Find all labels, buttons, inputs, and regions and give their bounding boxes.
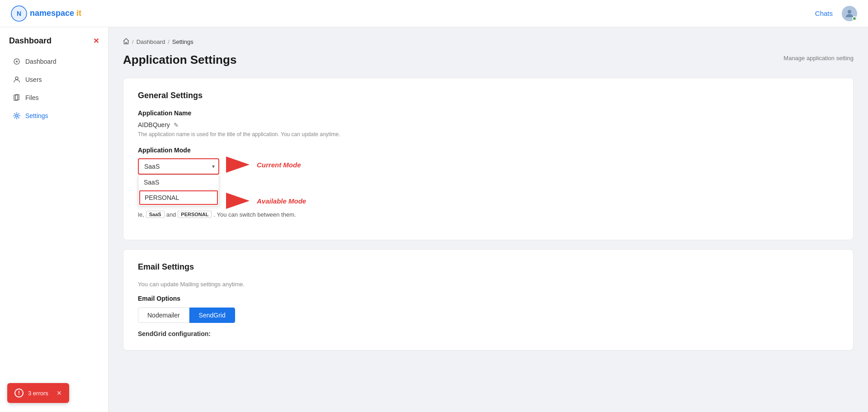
app-mode-label: Application Mode bbox=[138, 147, 839, 154]
svg-point-5 bbox=[15, 77, 18, 80]
online-indicator bbox=[852, 16, 857, 21]
current-mode-label: Current Mode bbox=[257, 161, 301, 169]
users-icon bbox=[13, 76, 21, 84]
error-toast-label: 3 errors bbox=[28, 390, 48, 397]
personal-mode-badge: PERSONAL bbox=[178, 211, 212, 218]
annotation-available-mode: Available Mode bbox=[226, 193, 306, 209]
main-layout: Dashboard ✕ Dashboard Users Files bbox=[0, 27, 868, 412]
email-options-label: Email Options bbox=[138, 295, 839, 302]
home-icon[interactable] bbox=[123, 38, 129, 46]
mode-select[interactable]: SaaS PERSONAL bbox=[138, 158, 219, 175]
dropdown-option-personal[interactable]: PERSONAL bbox=[139, 190, 218, 205]
chats-link[interactable]: Chats bbox=[815, 9, 833, 17]
sidebar-item-dashboard[interactable]: Dashboard bbox=[4, 53, 104, 70]
app-name-hint: The application name is used for the tit… bbox=[138, 131, 839, 137]
sidebar-item-label-dashboard: Dashboard bbox=[25, 58, 57, 65]
page-title: Application Settings bbox=[123, 53, 236, 67]
dropdown-option-saas[interactable]: SaaS bbox=[138, 175, 219, 189]
breadcrumb-dashboard[interactable]: Dashboard bbox=[137, 38, 165, 45]
sendgrid-button[interactable]: SendGrid bbox=[189, 308, 235, 323]
topnav: N namespace it Chats bbox=[0, 0, 868, 27]
sidebar: Dashboard ✕ Dashboard Users Files bbox=[0, 27, 108, 412]
sidebar-title: Dashboard bbox=[9, 36, 52, 46]
available-mode-label: Available Mode bbox=[257, 197, 306, 205]
arrow-available bbox=[226, 193, 253, 209]
sidebar-item-label-users: Users bbox=[25, 76, 42, 83]
page-subtitle: Manage application setting bbox=[783, 55, 854, 62]
nodemailer-button[interactable]: Nodemailer bbox=[138, 308, 189, 323]
page-header: Application Settings Manage application … bbox=[123, 53, 854, 67]
svg-text:N: N bbox=[17, 10, 21, 17]
annotation-area: SaaS PERSONAL ▾ SaaS PERSONAL bbox=[138, 158, 839, 227]
svg-rect-6 bbox=[14, 95, 18, 100]
sidebar-item-settings[interactable]: Settings bbox=[4, 107, 104, 124]
general-settings-card: General Settings Application Name AIDBQu… bbox=[123, 78, 854, 240]
error-toast: ! 3 errors ✕ bbox=[7, 383, 69, 403]
sidebar-item-users[interactable]: Users bbox=[4, 71, 104, 88]
settings-icon bbox=[13, 112, 21, 120]
content-area: / Dashboard / Settings Application Setti… bbox=[108, 27, 868, 412]
app-name-row: AIDBQuery ✎ bbox=[138, 121, 839, 128]
sidebar-header: Dashboard ✕ bbox=[0, 36, 108, 53]
app-name-label: Application Name bbox=[138, 109, 839, 117]
logo-text: namespace it bbox=[30, 9, 81, 18]
app-name-value: AIDBQuery bbox=[138, 121, 170, 128]
logo-icon: N bbox=[11, 5, 27, 22]
sidebar-item-files[interactable]: Files bbox=[4, 89, 104, 106]
dropdown-open-panel: SaaS PERSONAL bbox=[138, 175, 219, 206]
sidebar-item-label-settings: Settings bbox=[25, 112, 48, 119]
dashboard-icon bbox=[13, 57, 21, 66]
svg-rect-7 bbox=[15, 95, 19, 100]
breadcrumb: / Dashboard / Settings bbox=[123, 38, 854, 46]
avatar-wrapper[interactable] bbox=[842, 6, 857, 21]
mode-dropdown-wrapper: SaaS PERSONAL ▾ SaaS PERSONAL bbox=[138, 158, 219, 175]
annotation-current-mode: Current Mode bbox=[226, 156, 306, 173]
error-toast-icon: ! bbox=[14, 388, 24, 398]
mode-description: le, SaaS and PERSONAL . You can switch b… bbox=[138, 211, 839, 218]
email-settings-description: You can update Mailing settings anytime. bbox=[138, 281, 839, 288]
email-settings-title: Email Settings bbox=[138, 262, 839, 272]
email-settings-card: Email Settings You can update Mailing se… bbox=[123, 249, 854, 350]
sendgrid-config-label: SendGrid configuration: bbox=[138, 330, 839, 337]
svg-point-8 bbox=[16, 115, 18, 117]
saas-mode-badge: SaaS bbox=[146, 211, 165, 218]
sidebar-nav: Dashboard Users Files Settings bbox=[0, 53, 108, 124]
general-settings-title: General Settings bbox=[138, 91, 839, 100]
sidebar-item-label-files: Files bbox=[25, 94, 39, 101]
svg-point-2 bbox=[848, 10, 851, 14]
error-toast-close-button[interactable]: ✕ bbox=[57, 389, 62, 397]
breadcrumb-settings: Settings bbox=[172, 38, 193, 45]
nav-right: Chats bbox=[815, 6, 857, 21]
files-icon bbox=[13, 94, 21, 102]
logo: N namespace it bbox=[11, 5, 81, 22]
email-options-row: Nodemailer SendGrid bbox=[138, 308, 839, 323]
sidebar-close-button[interactable]: ✕ bbox=[93, 37, 99, 45]
annotations: Current Mode Available Mode bbox=[226, 156, 306, 209]
arrow-current bbox=[226, 156, 253, 173]
svg-point-4 bbox=[16, 61, 18, 62]
edit-app-name-icon[interactable]: ✎ bbox=[174, 122, 179, 128]
